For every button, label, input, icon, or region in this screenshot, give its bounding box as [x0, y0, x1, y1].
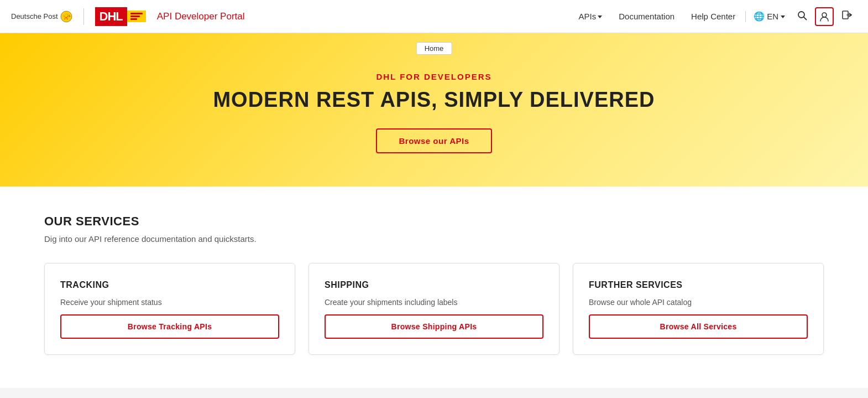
- svg-line-3: [804, 17, 807, 19]
- shipping-card-title: SHIPPING: [325, 280, 543, 290]
- logo-divider: [83, 8, 84, 25]
- further-services-card: FURTHER SERVICES Browse our whole API ca…: [573, 263, 824, 355]
- portal-title: API Developer Portal: [157, 11, 245, 22]
- apis-chevron-icon: [598, 15, 602, 18]
- services-cards: TRACKING Receive your shipment status Br…: [44, 263, 824, 355]
- services-desc: Dig into our API reference documentation…: [44, 234, 824, 244]
- svg-point-4: [822, 13, 827, 17]
- tracking-card: TRACKING Receive your shipment status Br…: [44, 263, 295, 355]
- further-services-card-desc: Browse our whole API catalog: [589, 298, 808, 307]
- search-button[interactable]: [793, 8, 812, 25]
- navbar-right: APIs Documentation Help Center 🌐 EN: [572, 7, 857, 26]
- services-section: OUR SERVICES Dig into our API reference …: [0, 187, 868, 388]
- user-account-button[interactable]: [815, 7, 834, 26]
- deutsche-post-logo[interactable]: Deutsche Post 📯: [11, 11, 72, 23]
- nav-documentation-link[interactable]: Documentation: [612, 9, 681, 23]
- tracking-card-title: TRACKING: [60, 280, 279, 290]
- user-icon: [819, 12, 829, 22]
- shipping-card: SHIPPING Create your shipments including…: [308, 263, 560, 355]
- language-selector[interactable]: 🌐 EN: [749, 9, 789, 24]
- navbar-brand: Deutsche Post 📯 DHL API Developer Portal: [11, 7, 245, 26]
- nav-divider: [745, 11, 746, 22]
- hero-title: MODERN REST APIS, SIMPLY DELIVERED: [213, 88, 655, 112]
- logout-icon: [841, 9, 853, 20]
- browse-apis-button[interactable]: Browse our APIs: [376, 128, 493, 153]
- tracking-card-desc: Receive your shipment status: [60, 298, 279, 307]
- browse-tracking-button[interactable]: Browse Tracking APIs: [60, 314, 279, 339]
- shipping-card-desc: Create your shipments including labels: [325, 298, 543, 307]
- lang-chevron-icon: [781, 15, 785, 18]
- search-icon: [797, 11, 807, 20]
- hero-section: Home DHL FOR DEVELOPERS MODERN REST APIS…: [0, 33, 868, 187]
- browse-shipping-button[interactable]: Browse Shipping APIs: [325, 314, 543, 339]
- home-breadcrumb-badge[interactable]: Home: [416, 42, 452, 55]
- about-section: ABOUT DHL API DEVELOPER PORTAL The DHL D…: [0, 388, 868, 398]
- post-horn-icon: 📯: [60, 11, 72, 23]
- globe-icon: 🌐: [754, 11, 765, 22]
- services-title: OUR SERVICES: [44, 214, 824, 229]
- navbar: Deutsche Post 📯 DHL API Developer Portal: [0, 0, 868, 33]
- deutsche-post-label: Deutsche Post: [11, 12, 58, 20]
- further-services-card-title: FURTHER SERVICES: [589, 280, 808, 290]
- nav-help-link[interactable]: Help Center: [684, 9, 742, 23]
- logout-button[interactable]: [837, 7, 857, 25]
- dhl-logo[interactable]: DHL: [95, 7, 146, 26]
- browse-all-services-button[interactable]: Browse All Services: [589, 314, 808, 339]
- nav-apis-link[interactable]: APIs: [572, 9, 609, 23]
- svg-text:📯: 📯: [62, 12, 70, 20]
- hero-subtitle: DHL FOR DEVELOPERS: [376, 72, 491, 81]
